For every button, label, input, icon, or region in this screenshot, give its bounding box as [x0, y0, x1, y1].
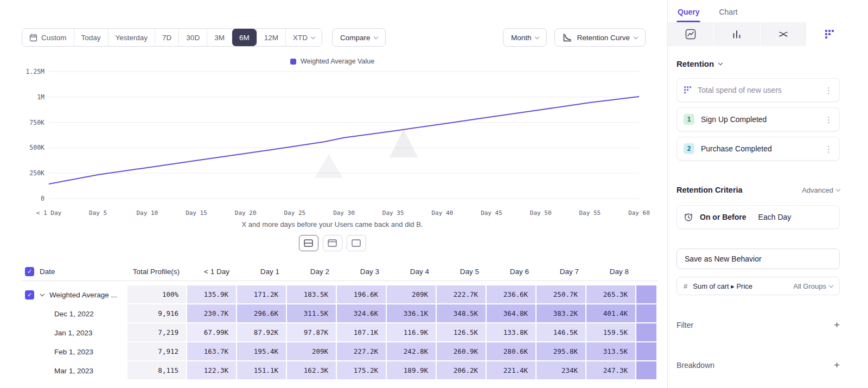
retention-value-cell[interactable]: 116.9K — [387, 323, 437, 342]
save-behavior-button[interactable]: Save as New Behavior — [676, 249, 840, 269]
chevron-down-icon — [829, 283, 833, 287]
retention-value-cell[interactable]: 336.1K — [387, 304, 437, 323]
criteria-condition: On or Before — [700, 213, 746, 221]
retention-value-cell[interactable]: 364.8K — [487, 304, 537, 323]
add-breakdown-button[interactable]: + — [834, 359, 840, 371]
retention-value-cell[interactable]: 295.8K — [537, 342, 586, 361]
retention-step-2[interactable]: 2Purchase Completed⋮ — [676, 137, 840, 161]
groups-dropdown[interactable]: All Groups — [793, 282, 833, 290]
tab-chart[interactable]: Chart — [719, 8, 737, 22]
retention-value-cell[interactable]: 67.99K — [187, 323, 237, 342]
tab-query[interactable]: Query — [678, 8, 699, 22]
retention-value-cell[interactable]: 221.4K — [487, 361, 537, 380]
toolbar: CustomTodayYesterday7D30D3M6M12MXTD Comp… — [22, 28, 646, 47]
retention-value-cell[interactable]: 133.8K — [487, 323, 537, 342]
retention-value-cell[interactable]: 296.6K — [237, 304, 287, 323]
retention-value-cell[interactable]: 230.7K — [187, 304, 237, 323]
y-tick-label: 500K — [29, 144, 44, 151]
granularity-dropdown[interactable]: Month — [503, 28, 547, 47]
retention-value-cell[interactable]: 135.9K — [187, 285, 237, 304]
retention-value-cell[interactable]: 196.6K — [337, 285, 387, 304]
kebab-menu-icon[interactable]: ⋮ — [825, 116, 833, 124]
view-toggle-table-top[interactable] — [323, 235, 342, 251]
retention-value-cell[interactable]: 162.3K — [287, 361, 337, 380]
retention-value-cell[interactable]: 97.87K — [287, 323, 337, 342]
retention-value-cell[interactable]: 227.2K — [337, 342, 387, 361]
retention-value-cell[interactable]: 348.5K — [437, 304, 487, 323]
main-panel: CustomTodayYesterday7D30D3M6M12MXTD Comp… — [0, 0, 667, 388]
retention-value-cell[interactable]: 183.5K — [287, 285, 337, 304]
retention-value-cell[interactable]: 146.5K — [537, 323, 586, 342]
retention-value-cell[interactable]: 242.8K — [387, 342, 437, 361]
retention-value-cell[interactable]: 171.2K — [237, 285, 287, 304]
retention-value-cell[interactable]: 107.1K — [337, 323, 387, 342]
range-button-custom[interactable]: Custom — [22, 29, 74, 46]
watermark-triangle — [390, 129, 418, 157]
total-profiles-cell: 9,916 — [127, 304, 187, 323]
criteria-card[interactable]: On or Before Each Day — [676, 205, 840, 229]
retention-value-cell[interactable]: 163.7K — [187, 342, 237, 361]
retention-value-cell[interactable]: 234K — [537, 361, 586, 380]
view-toggle-split[interactable] — [299, 235, 318, 251]
clipped-column-cell — [636, 361, 658, 380]
total-profiles-cell: 100% — [127, 285, 187, 304]
retention-value-cell[interactable]: 250.7K — [537, 285, 586, 304]
select-all-checkbox[interactable]: ✓ — [25, 267, 34, 276]
retention-value-cell[interactable]: 324.6K — [337, 304, 387, 323]
retention-value-cell[interactable]: 151.1K — [237, 361, 287, 380]
retention-value-cell[interactable]: 87.92K — [237, 323, 287, 342]
behavior-card[interactable]: Total spend of new users ⋮ — [676, 78, 840, 102]
retention-line-svg — [49, 68, 639, 203]
expand-chevron-icon[interactable] — [40, 292, 44, 296]
retention-value-cell[interactable]: 175.2K — [337, 361, 387, 380]
chart-type-dropdown[interactable]: Retention Curve — [554, 28, 646, 47]
funnels-icon — [731, 29, 742, 40]
range-button-12m[interactable]: 12M — [257, 29, 285, 46]
retention-section-header[interactable]: Retention — [676, 59, 840, 68]
view-toggle-table-only[interactable] — [347, 235, 366, 251]
retention-value-cell[interactable]: 383.2K — [537, 304, 586, 323]
retention-value-cell[interactable]: 126.5K — [437, 323, 487, 342]
breakdown-label: Breakdown — [676, 361, 714, 370]
retention-value-cell[interactable]: 195.4K — [237, 342, 287, 361]
retention-value-cell[interactable]: 401.4K — [586, 304, 636, 323]
retention-value-cell[interactable]: 189.9K — [387, 361, 437, 380]
steps-list: 1Sign Up Completed⋮2Purchase Completed⋮ — [676, 107, 840, 161]
retention-value-cell[interactable]: 260.9K — [437, 342, 487, 361]
row-checkbox[interactable]: ✓ — [25, 290, 34, 300]
retention-step-1[interactable]: 1Sign Up Completed⋮ — [676, 107, 840, 131]
report-type-funnels[interactable] — [714, 22, 760, 46]
range-button-today[interactable]: Today — [74, 29, 108, 46]
range-button-7d[interactable]: 7D — [155, 29, 178, 46]
report-type-insights[interactable] — [668, 22, 714, 46]
advanced-toggle[interactable]: Advanced — [802, 186, 840, 194]
kebab-menu-icon[interactable]: ⋮ — [825, 86, 833, 94]
retention-value-cell[interactable]: 122.3K — [187, 361, 237, 380]
retention-value-cell[interactable]: 236.6K — [487, 285, 537, 304]
retention-value-cell[interactable]: 209K — [387, 285, 437, 304]
kebab-menu-icon[interactable]: ⋮ — [825, 145, 833, 153]
compare-button[interactable]: Compare — [332, 28, 386, 47]
retention-value-cell[interactable]: 265.3K — [586, 285, 636, 304]
retention-value-cell[interactable]: 222.7K — [437, 285, 487, 304]
retention-value-cell[interactable]: 206.2K — [437, 361, 487, 380]
range-button-3m[interactable]: 3M — [207, 29, 232, 46]
range-button-yesterday[interactable]: Yesterday — [108, 29, 155, 46]
range-button-6m[interactable]: 6M — [232, 29, 257, 46]
header-date: ✓Date — [22, 264, 127, 278]
report-type-flows[interactable] — [761, 22, 807, 46]
range-button-30d[interactable]: 30D — [178, 29, 207, 46]
chevron-down-icon — [374, 34, 378, 39]
retention-value-cell[interactable]: 209K — [287, 342, 337, 361]
retention-value-cell[interactable]: 313.5K — [586, 342, 636, 361]
retention-value-cell[interactable]: 311.5K — [287, 304, 337, 323]
report-type-retention[interactable] — [807, 22, 853, 46]
range-button-xtd[interactable]: XTD — [285, 29, 322, 46]
retention-value-cell[interactable]: 247.3K — [586, 361, 636, 380]
retention-value-cell[interactable]: 280.6K — [487, 342, 537, 361]
behavior-steps-icon — [684, 86, 692, 94]
measure-row[interactable]: # Sum of cart ▸ Price All Groups — [676, 277, 840, 295]
retention-value-cell[interactable]: 159.5K — [586, 323, 636, 342]
clock-icon — [684, 212, 693, 222]
add-filter-button[interactable]: + — [834, 319, 840, 331]
